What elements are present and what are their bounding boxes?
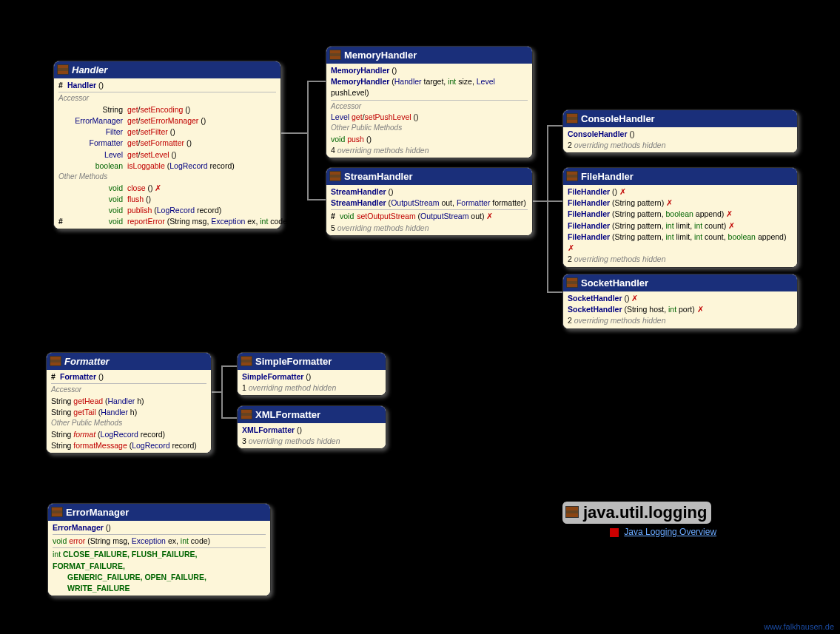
class-errormanager: ErrorManager ErrorManager () void error … (47, 503, 271, 596)
class-simpleformatter: SimpleFormatter SimpleFormatter () 1 ove… (237, 352, 386, 396)
package-title: java.util.logging (562, 502, 711, 524)
class-filehandler: FileHandler FileHandler () ✗FileHandler … (562, 167, 798, 268)
class-streamhandler: StreamHandler StreamHandler () StreamHan… (326, 167, 533, 236)
class-consolehandler: ConsoleHandler ConsoleHandler () 2 overr… (562, 109, 798, 153)
class-title: Handler (72, 64, 107, 75)
package-link[interactable]: Java Logging Overview (610, 527, 716, 537)
class-handler: Handler #Handler () Accessor Stringget/s… (53, 61, 281, 229)
class-sockethandler: SocketHandler SocketHandler () ✗SocketHa… (562, 274, 798, 329)
class-memoryhandler: MemoryHandler MemoryHandler () MemoryHan… (326, 46, 533, 158)
class-icon (57, 64, 69, 75)
class-formatter: Formatter #Formatter () Accessor String … (46, 352, 212, 453)
package-icon (565, 506, 579, 518)
class-xmlformatter: XMLFormatter XMLFormatter () 3 overridin… (237, 405, 386, 449)
oracle-icon (610, 528, 619, 537)
watermark: www.falkhausen.de (764, 622, 834, 631)
class-body: #Handler () Accessor Stringget/setEncodi… (54, 78, 280, 229)
class-header: Handler (54, 61, 280, 78)
